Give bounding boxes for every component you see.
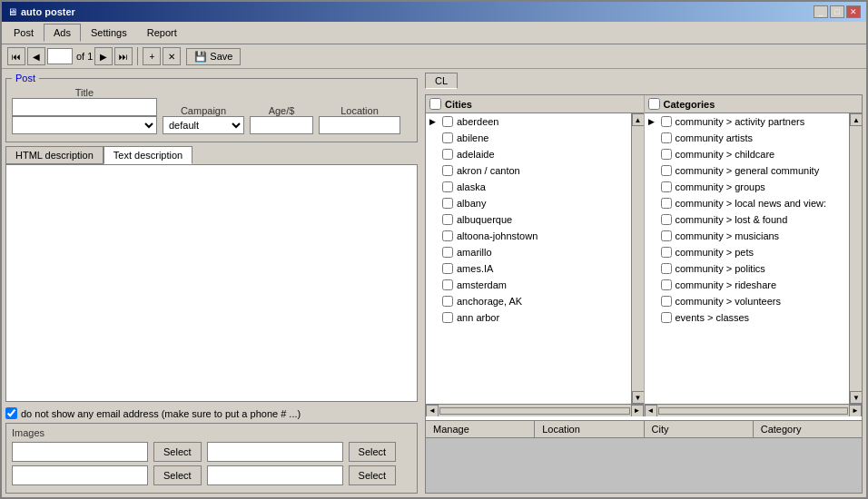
campaign-select[interactable]: default [163,116,244,134]
cat-checkbox-politics[interactable] [661,263,672,274]
cat-checkbox-musicians[interactable] [661,230,672,241]
select-button-1[interactable]: Select [153,442,202,462]
cat-scroll-down[interactable]: ▼ [850,391,862,404]
city-checkbox-anchorage[interactable] [442,296,453,307]
image-input-1[interactable] [12,442,148,462]
tab-ads[interactable]: Ads [44,24,81,42]
cat-checkbox-localnews[interactable] [661,198,672,209]
city-checkbox-albuquerque[interactable] [442,214,453,225]
page-number-input[interactable]: 1 [47,48,73,64]
cat-checkbox-lostfound[interactable] [661,214,672,225]
tab-post[interactable]: Post [4,24,44,42]
first-page-button[interactable]: ⏮ [7,47,25,65]
city-checkbox-amsterdam[interactable] [442,279,453,290]
list-item[interactable]: community > politics [645,260,850,277]
delete-button[interactable]: ✕ [163,47,181,65]
city-checkbox-amarillo[interactable] [442,247,453,258]
location-input[interactable] [319,116,400,134]
list-item[interactable]: albuquerque [426,211,631,228]
list-item[interactable]: community > musicians [645,228,850,244]
cat-checkbox-volunteers[interactable] [661,296,672,307]
minimize-button[interactable]: _ [814,5,828,18]
list-item[interactable]: alaska [426,179,631,195]
list-item[interactable]: amarillo [426,244,631,260]
city-checkbox-akron[interactable] [442,165,453,176]
no-email-checkbox[interactable] [5,407,17,419]
tab-settings[interactable]: Settings [81,24,137,42]
post-fieldset: Post Title Campaign default [5,73,418,142]
cat-scroll-left[interactable]: ◄ [645,405,657,417]
list-item[interactable]: community > rideshare [645,277,850,293]
cat-checkbox-artists[interactable] [661,132,672,143]
list-item[interactable]: abilene [426,130,631,146]
image-input-2[interactable] [207,442,343,462]
cities-all-checkbox[interactable] [429,98,441,110]
city-checkbox-ann-arbor[interactable] [442,312,453,323]
tab-text-description[interactable]: Text description [104,146,192,164]
city-checkbox-aberdeen[interactable] [442,116,453,127]
list-item[interactable]: ames.IA [426,260,631,277]
cl-tab[interactable]: CL [425,73,458,89]
select-button-3[interactable]: Select [153,465,202,485]
city-checkbox-altoona[interactable] [442,230,453,241]
cat-checkbox-childcare[interactable] [661,149,672,160]
title-input[interactable] [12,98,157,116]
list-item[interactable]: community > general community [645,162,850,179]
list-item[interactable]: altoona-johnstown [426,228,631,244]
select-button-4[interactable]: Select [349,465,397,485]
list-item[interactable]: community > volunteers [645,293,850,309]
categories-list-scroll[interactable]: ▶ community > activity partners communit… [645,113,850,404]
city-checkbox-alaska[interactable] [442,181,453,192]
cities-scroll-left[interactable]: ◄ [426,405,439,417]
cat-scroll-right[interactable]: ► [849,405,862,417]
list-item[interactable]: amsterdam [426,277,631,293]
select-button-2[interactable]: Select [349,442,397,462]
save-button[interactable]: 💾 Save [186,48,241,65]
list-item[interactable]: community > pets [645,244,850,260]
no-email-row: do not show any email address (make sure… [5,407,418,419]
city-checkbox-albany[interactable] [442,198,453,209]
categories-panel: Categories ▶ community > activity partne… [645,95,863,416]
cat-checkbox-general[interactable] [661,165,672,176]
city-checkbox-ames[interactable] [442,263,453,274]
cities-scroll-right[interactable]: ► [631,405,644,417]
add-button[interactable]: + [143,47,161,65]
list-item[interactable]: adelaide [426,146,631,162]
last-page-button[interactable]: ⏭ [114,47,133,65]
list-item[interactable]: community artists [645,130,850,146]
close-button[interactable]: ✕ [846,5,861,18]
list-item[interactable]: community > childcare [645,146,850,162]
list-item[interactable]: ann arbor [426,309,631,326]
categories-all-checkbox[interactable] [648,98,660,110]
city-checkbox-adelaide[interactable] [442,149,453,160]
cities-scroll-up[interactable]: ▲ [632,113,644,126]
cat-checkbox-pets[interactable] [661,247,672,258]
list-item[interactable]: akron / canton [426,162,631,179]
list-item[interactable]: community > groups [645,179,850,195]
cities-list-scroll[interactable]: ▶ aberdeen abilene [426,113,631,404]
cities-scroll-down[interactable]: ▼ [632,391,644,404]
list-item[interactable]: events > classes [645,309,850,326]
cat-checkbox-groups[interactable] [661,181,672,192]
list-item[interactable]: anchorage, AK [426,293,631,309]
image-input-3[interactable] [12,465,148,485]
cat-checkbox-rideshare[interactable] [661,279,672,290]
title-dropdown[interactable] [12,116,157,134]
maximize-button[interactable]: □ [830,5,844,18]
list-item[interactable]: ▶ community > activity partners [645,113,850,130]
age-input[interactable] [250,116,313,134]
list-item[interactable]: community > local news and view: [645,195,850,211]
list-item[interactable]: albany [426,195,631,211]
tab-report[interactable]: Report [137,24,187,42]
cat-checkbox-events-classes[interactable] [661,312,672,323]
prev-page-button[interactable]: ◀ [27,47,45,65]
tab-html-description[interactable]: HTML description [5,146,104,164]
list-item[interactable]: ▶ aberdeen [426,113,631,130]
description-textarea[interactable] [5,164,418,402]
list-item[interactable]: community > lost & found [645,211,850,228]
image-input-4[interactable] [207,465,343,485]
city-checkbox-abilene[interactable] [442,132,453,143]
next-page-button[interactable]: ▶ [94,47,113,65]
cat-checkbox-activity[interactable] [661,116,672,127]
cat-scroll-up[interactable]: ▲ [850,113,862,126]
